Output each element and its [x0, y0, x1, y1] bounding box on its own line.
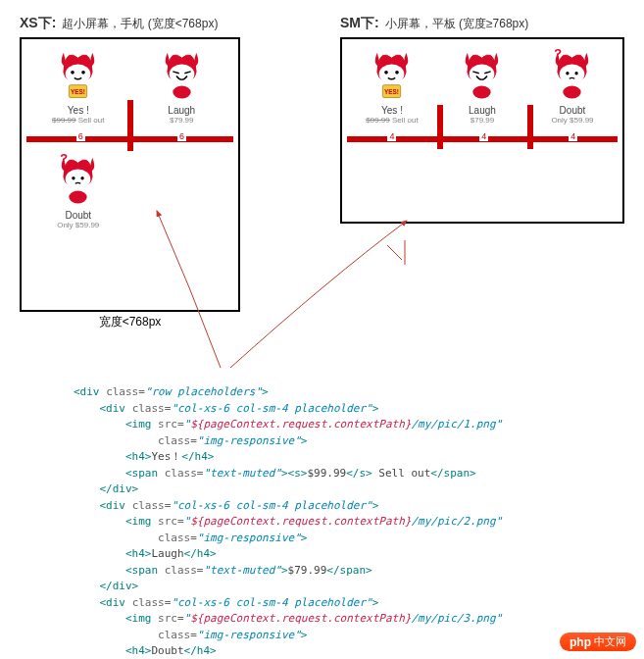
- sm-desc: 小屏幕，平板 (宽度≥768px): [385, 16, 529, 32]
- watermark-text: 中文网: [594, 634, 626, 649]
- sm-section: SM下: 小屏幕，平板 (宽度≥768px) Yes ! $99.99 Sell…: [340, 15, 624, 330]
- xs-cell-doubt: Doubt Only $59.99: [26, 149, 130, 234]
- card-title: Yes !: [381, 105, 403, 116]
- xs-col-badge: 6: [177, 131, 186, 141]
- sm-cell-doubt: Doubt Only $59.99: [527, 44, 618, 129]
- xs-section: XS下: 超小屏幕，手机 (宽度<768px) Yes ! $99.99 Sel…: [20, 15, 240, 330]
- xs-frame: Yes ! $99.99 Sell out Laugh $79.99 6 6: [20, 37, 240, 312]
- card-title: Laugh: [469, 105, 496, 116]
- card-price: $79.99: [170, 116, 193, 125]
- card-price: $99.99 Sell out: [52, 116, 104, 125]
- code-block: <div class="row placeholders"> <div clas…: [74, 384, 624, 659]
- xs-desc: 超小屏幕，手机 (宽度<768px): [62, 16, 218, 32]
- xs-title-row: XS下: 超小屏幕，手机 (宽度<768px): [20, 15, 240, 32]
- xs-cell-yes: Yes ! $99.99 Sell out: [26, 44, 130, 129]
- card-price: Only $59.99: [57, 221, 99, 229]
- card-title: Yes !: [68, 105, 89, 116]
- card-title: Doubt: [560, 105, 586, 116]
- sm-cell-laugh: Laugh $79.99: [437, 44, 527, 129]
- sm-col-badge: 4: [479, 131, 488, 141]
- sm-cell-yes: Yes ! $99.99 Sell out: [347, 44, 437, 129]
- card-title: Doubt: [65, 210, 91, 221]
- sm-title: SM下:: [340, 15, 379, 32]
- xs-width-caption: 宽度<768px: [20, 314, 240, 330]
- php-watermark: php 中文网: [560, 633, 636, 651]
- sm-title-row: SM下: 小屏幕，平板 (宽度≥768px): [340, 15, 624, 32]
- card-title: Laugh: [168, 105, 195, 116]
- watermark-brand: php: [570, 635, 591, 649]
- illustrations-row: XS下: 超小屏幕，手机 (宽度<768px) Yes ! $99.99 Sel…: [20, 15, 624, 330]
- xs-col-badge: 6: [76, 131, 85, 141]
- sm-frame: Yes ! $99.99 Sell out Laugh $79.99 Doubt…: [340, 37, 624, 224]
- xs-title: XS下:: [20, 15, 56, 32]
- sm-col-badge: 4: [387, 131, 396, 141]
- xs-cell-laugh: Laugh $79.99: [130, 44, 234, 129]
- sm-col-badge: 4: [569, 131, 577, 141]
- card-price: $99.99 Sell out: [366, 116, 418, 125]
- card-price: $79.99: [471, 116, 494, 125]
- card-price: Only $59.99: [551, 116, 593, 125]
